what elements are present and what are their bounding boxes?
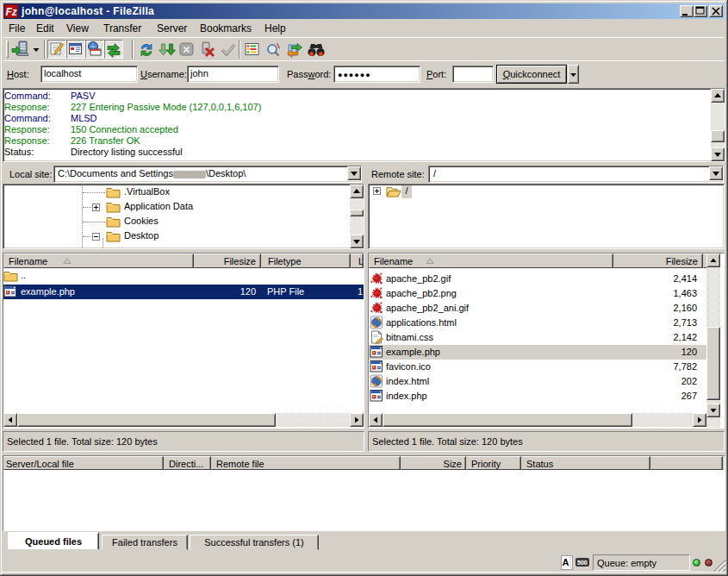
svg-text:A: A: [563, 557, 569, 567]
svg-text:500: 500: [577, 560, 588, 566]
svg-text:Fz: Fz: [6, 6, 17, 18]
